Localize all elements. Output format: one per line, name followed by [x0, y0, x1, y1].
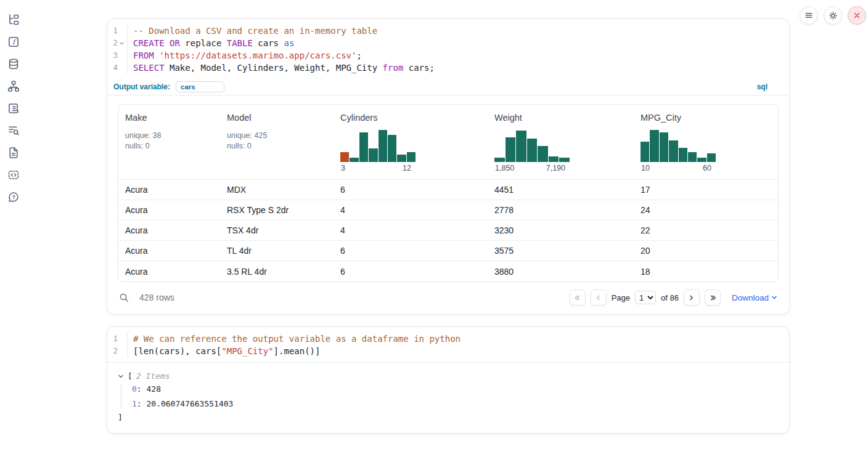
- documentation-icon: [7, 147, 20, 159]
- last-page-button[interactable]: [705, 289, 721, 305]
- column-header-cylinders[interactable]: Cylinders 312: [334, 113, 488, 174]
- first-page-icon: [573, 294, 581, 302]
- table-row: Acura RSX Type S 2dr 4 2778 24: [118, 200, 778, 220]
- weight-histogram: 1,8507,190: [494, 130, 570, 174]
- table-cell: 20: [634, 246, 778, 256]
- hamburger-menu-button[interactable]: [800, 6, 818, 25]
- column-header-mpg-city[interactable]: MPG_City 1060: [634, 113, 778, 174]
- python-code-editor[interactable]: 1 # We can reference the output variable…: [107, 327, 789, 363]
- line-number: 1: [113, 25, 118, 37]
- hist-min-label: 1,850: [495, 164, 514, 172]
- code-text: -- Download a CSV and create an in-memor…: [128, 25, 377, 37]
- previous-page-button[interactable]: [591, 289, 607, 305]
- code-line[interactable]: 4 SELECT Make, Model, Cylinders, Weight,…: [107, 62, 789, 74]
- code-line[interactable]: 3 FROM 'https://datasets.marimo.app/cars…: [107, 49, 789, 62]
- hamburger-menu-icon: [804, 10, 814, 20]
- hist-max-label: 12: [403, 164, 411, 172]
- line-gutter: 4: [107, 62, 128, 74]
- sql-code-editor[interactable]: 1 -- Download a CSV and create an in-mem…: [107, 19, 789, 79]
- fold-chevron-icon[interactable]: [118, 40, 125, 47]
- help-icon: ?: [7, 191, 20, 203]
- sidebar-item-help[interactable]: ?: [7, 190, 20, 203]
- column-header-make[interactable]: Make unique: 38nulls: 0: [118, 113, 220, 174]
- table-cell: 17: [634, 185, 778, 195]
- code-line[interactable]: 2 CREATE OR replace TABLE cars as: [107, 37, 789, 49]
- line-gutter: 1: [107, 333, 128, 345]
- code-line[interactable]: 1 -- Download a CSV and create an in-mem…: [107, 25, 789, 37]
- list-item: 0: 428: [132, 384, 779, 394]
- code-line[interactable]: 2 [len(cars), cars["MPG_City"].mean()]: [107, 345, 789, 357]
- table-cell: TL 4dr: [220, 246, 334, 256]
- table-search-button[interactable]: [119, 293, 129, 303]
- sidebar-item-variables[interactable]: f: [7, 35, 20, 48]
- line-number: 1: [113, 333, 118, 345]
- code-text: FROM 'https://datasets.marimo.app/cars.c…: [128, 49, 362, 62]
- table-cell: 3230: [488, 225, 634, 235]
- column-header-weight[interactable]: Weight 1,8507,190: [488, 113, 634, 174]
- database-icon: [7, 58, 20, 70]
- notebook-area: 1 -- Download a CSV and create an in-mem…: [107, 18, 790, 434]
- python-cell-output: [ 2 Items 0: 428 1: 20.060747663551403 ]: [107, 363, 789, 433]
- output-variable-input[interactable]: [176, 81, 224, 92]
- snippets-icon: [7, 169, 20, 181]
- pagination: Page 1 of 86: [570, 289, 721, 305]
- sidebar-item-dependency-graph[interactable]: [7, 79, 20, 92]
- table-row: Acura TSX 4dr 4 3230 22: [118, 220, 778, 241]
- svg-text:?: ?: [12, 194, 15, 200]
- scratchpad-scroll-icon: [7, 102, 20, 115]
- table-cell: 22: [634, 225, 778, 235]
- code-text: SELECT Make, Model, Cylinders, Weight, M…: [128, 62, 435, 74]
- hist-max-label: 60: [703, 164, 711, 172]
- close-button[interactable]: [848, 6, 866, 25]
- function-icon: f: [7, 36, 20, 48]
- line-number: 4: [113, 62, 118, 74]
- table-cell: 4451: [488, 185, 634, 195]
- settings-button[interactable]: [824, 6, 842, 25]
- first-page-button[interactable]: [570, 289, 586, 305]
- top-right-controls: [800, 6, 866, 25]
- logs-search-icon: [7, 124, 20, 137]
- item-index: 0: [132, 384, 137, 394]
- line-gutter: 3: [107, 49, 128, 62]
- table-cell: 3880: [488, 267, 634, 277]
- sql-cell: 1 -- Download a CSV and create an in-mem…: [107, 18, 790, 315]
- table-row: Acura MDX 6 4451 17: [118, 180, 778, 200]
- python-cell: 1 # We can reference the output variable…: [107, 326, 790, 434]
- file-tree-icon: [7, 14, 20, 26]
- sidebar-item-file-tree[interactable]: [7, 13, 20, 26]
- table-cell: 3.5 RL 4dr: [220, 267, 334, 277]
- page-label: Page: [612, 293, 630, 302]
- page-total: of 86: [661, 293, 679, 302]
- stat-unique: unique: 38: [125, 131, 220, 141]
- sidebar-item-logs[interactable]: [7, 124, 20, 137]
- next-page-button[interactable]: [684, 289, 700, 305]
- language-badge-sql[interactable]: sql: [757, 83, 768, 91]
- list-item: 1: 20.060747663551403: [132, 399, 779, 408]
- sidebar-item-scratchpad[interactable]: [7, 102, 20, 115]
- table-cell: 4: [334, 225, 488, 235]
- line-gutter: 1: [107, 25, 128, 37]
- line-number: 3: [113, 49, 118, 62]
- stat-nulls: nulls: 0: [227, 141, 334, 152]
- sidebar-item-documentation[interactable]: [7, 146, 20, 159]
- bracket-open: [: [128, 371, 133, 381]
- download-button[interactable]: Download: [732, 293, 777, 302]
- table-cell: 6: [334, 267, 488, 277]
- sidebar-item-snippets[interactable]: [7, 168, 20, 181]
- table-footer: 428 rows Page 1 of 86: [118, 286, 779, 309]
- line-gutter: 2: [107, 345, 128, 357]
- table-cell: Acura: [118, 185, 220, 195]
- gear-icon: [828, 10, 838, 21]
- code-text: CREATE OR replace TABLE cars as: [128, 37, 294, 49]
- code-text: # We can reference the output variable a…: [128, 333, 461, 345]
- table-cell: TSX 4dr: [220, 225, 334, 235]
- page-select[interactable]: 1: [635, 291, 656, 304]
- code-line[interactable]: 1 # We can reference the output variable…: [107, 333, 789, 345]
- svg-text:f: f: [12, 38, 17, 46]
- sidebar-item-datasources[interactable]: [7, 57, 20, 70]
- collapse-chevron-icon[interactable]: [118, 373, 124, 379]
- column-header-model[interactable]: Model unique: 425nulls: 0: [220, 113, 334, 174]
- line-gutter: 2: [107, 37, 128, 49]
- line-number: 2: [113, 37, 118, 49]
- table-cell: 24: [634, 205, 778, 215]
